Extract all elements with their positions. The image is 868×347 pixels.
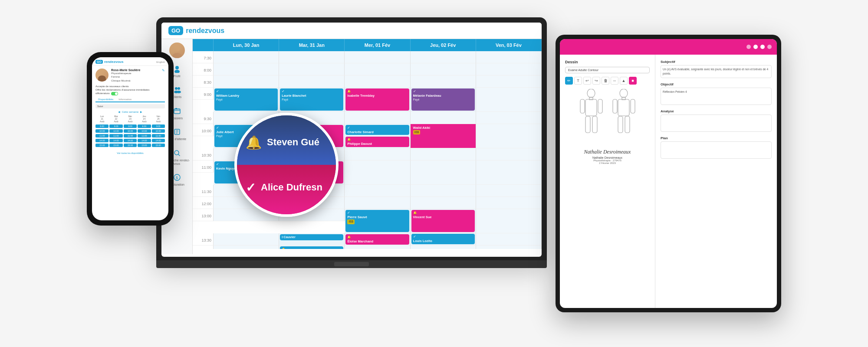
tablet-body-select[interactable]: Exame Adulte Contour xyxy=(565,67,650,73)
cell-ven-1000[interactable] xyxy=(476,124,542,148)
phone-slot[interactable]: 15:00 xyxy=(152,144,165,147)
tablet-tool-color[interactable]: ■ xyxy=(629,77,637,85)
cell-lun-830[interactable] xyxy=(214,75,279,88)
cell-jeu-900[interactable]: Mélanie Falardeau Payé xyxy=(411,88,476,112)
cell-jeu-1330[interactable]: Elise Duprés Louis Lozito xyxy=(411,233,476,246)
event-eloise-marchand[interactable]: Éloïse Marchand xyxy=(345,234,409,245)
phone-slot[interactable]: 14:00 xyxy=(138,139,151,142)
tablet-tool-pencil[interactable]: ✏ xyxy=(565,77,573,85)
tablet-tool-undo[interactable]: ↩ xyxy=(583,77,591,85)
cell-jeu-830[interactable] xyxy=(411,75,476,88)
phone-slot[interactable]: 15:00 xyxy=(109,144,122,147)
event-louis-lozito[interactable]: Louis Lozito xyxy=(411,234,475,244)
cell-ven-1130[interactable] xyxy=(476,185,542,197)
cell-ven-1030[interactable] xyxy=(476,148,542,160)
cell-jeu-1400[interactable] xyxy=(411,246,476,249)
cell-jeu-1130[interactable] xyxy=(411,185,476,197)
phone-tab-dispo[interactable]: Disponibilités xyxy=(95,97,116,102)
phone-slot[interactable]: 10:00 xyxy=(152,129,165,133)
cell-mer-730[interactable] xyxy=(345,51,410,63)
tablet-tool-text[interactable]: T xyxy=(574,77,582,85)
phone-next-week[interactable]: ▶ xyxy=(140,110,142,113)
tablet-subjectif-text[interactable]: Un (e) AVS évaluable, soignante avec les… xyxy=(661,65,772,78)
event-isabelle-tremblay[interactable]: Isabelle Tremblay xyxy=(345,88,409,111)
cell-lun-1330[interactable] xyxy=(214,233,279,246)
phone-slot[interactable]: 11:00 xyxy=(138,134,151,137)
event-vincent-sue[interactable]: Vincent Sue xyxy=(411,210,475,232)
phone-slot[interactable]: 10:00 xyxy=(138,129,151,133)
cell-mer-1200[interactable] xyxy=(345,197,410,209)
cell-jeu-1100[interactable] xyxy=(411,160,476,185)
cell-mer-930[interactable] xyxy=(345,112,410,124)
cell-mar-830[interactable] xyxy=(279,75,345,88)
phone-slot[interactable]: 9:00 xyxy=(124,124,137,128)
phone-slot[interactable]: 10:00 xyxy=(109,129,122,133)
phone-slot[interactable]: 14:00 xyxy=(124,139,137,142)
cell-lun-800[interactable] xyxy=(214,63,279,75)
phone-prev-week[interactable]: ◀ xyxy=(118,110,120,113)
event-charlotte-simard[interactable]: Charlotte Simard xyxy=(345,125,409,135)
cell-mer-1100[interactable] xyxy=(345,160,410,185)
phone-slot[interactable]: 9:00 xyxy=(109,124,122,128)
phone-slot[interactable]: 9:00 xyxy=(138,124,151,128)
cell-lun-900[interactable]: William Landry Payé xyxy=(214,88,279,112)
cell-lun-1400[interactable] xyxy=(214,246,279,249)
phone-footer-link[interactable]: Voir toutes les disponibilités xyxy=(92,150,168,156)
cell-jeu-1200[interactable] xyxy=(411,197,476,209)
cell-mer-830[interactable] xyxy=(345,75,410,88)
phone-slot[interactable]: 10:00 xyxy=(124,129,137,133)
event-laurie-blanchet[interactable]: Laurie Blanchet Payé xyxy=(280,88,343,111)
phone-slot[interactable]: 11:00 xyxy=(95,134,108,137)
tablet-tool-triangle[interactable]: ▲ xyxy=(620,77,628,85)
phone-slot[interactable]: 15:00 xyxy=(138,144,151,147)
cell-mer-1030[interactable] xyxy=(345,148,410,160)
event-philippe-daoust[interactable]: Philippe Daoust xyxy=(345,137,409,147)
phone-slot[interactable]: 14:00 xyxy=(152,139,165,142)
cell-jeu-1000[interactable]: Walid Akiki 8$$ xyxy=(411,124,476,148)
phone-slot[interactable]: 10:00 xyxy=(95,129,108,133)
phone-toggle[interactable] xyxy=(111,92,118,95)
phone-slot[interactable]: 15:00 xyxy=(95,144,108,147)
cell-mar-900[interactable]: Laurie Blanchet Payé xyxy=(279,88,345,112)
event-walid-akiki[interactable]: Walid Akiki 8$$ xyxy=(411,125,475,135)
cell-jeu-800[interactable] xyxy=(411,63,476,75)
cell-ven-730[interactable] xyxy=(476,51,542,63)
cell-mer-1400[interactable] xyxy=(345,246,410,249)
phone-slot[interactable]: 9:00 xyxy=(95,124,108,128)
cell-ven-800[interactable] xyxy=(476,63,542,75)
cell-mar-1330[interactable]: l Cauvier xyxy=(279,233,345,246)
tablet-analyse-text[interactable] xyxy=(661,115,772,132)
tablet-tool-delete[interactable]: 🗑 xyxy=(602,77,609,85)
tablet-objectif-text[interactable]: Réflexion Pelvien 4 xyxy=(661,88,772,105)
cell-jeu-730[interactable] xyxy=(411,51,476,63)
event-frederic-cauvier[interactable]: l Cauvier xyxy=(280,234,343,240)
cell-ven-1300[interactable] xyxy=(476,209,542,233)
cell-mer-1300[interactable]: Pierre Sauvé 8$$ xyxy=(345,209,410,233)
tablet-plan-text[interactable] xyxy=(661,141,772,159)
cell-mar-800[interactable] xyxy=(279,63,345,75)
edit-icon[interactable]: ✎ xyxy=(162,69,165,72)
tablet-tool-redo[interactable]: ↪ xyxy=(592,77,600,85)
cell-mer-1330[interactable]: Éloïse Marchand xyxy=(345,233,410,246)
tablet-tool-resize[interactable]: ↔ xyxy=(611,77,618,85)
phone-tab-info[interactable]: Information xyxy=(116,97,134,101)
event-melanie-falardeau[interactable]: Mélanie Falardeau Payé xyxy=(411,88,475,111)
cell-ven-930[interactable] xyxy=(476,112,542,124)
cell-ven-1400[interactable] xyxy=(476,246,542,249)
cell-ven-1330[interactable] xyxy=(476,233,542,246)
cell-mer-1130[interactable] xyxy=(345,185,410,197)
phone-slot[interactable]: 15:00 xyxy=(124,144,137,147)
event-pierre-sauve[interactable]: Pierre Sauvé 8$$ xyxy=(345,210,409,232)
event-william-landry[interactable]: William Landry Payé xyxy=(214,88,278,111)
cell-mer-900[interactable]: Isabelle Tremblay xyxy=(345,88,410,112)
cell-mar-1400[interactable]: N Rivest xyxy=(279,246,345,249)
phone-slot[interactable]: 11:00 xyxy=(152,134,165,137)
phone-slot[interactable]: 11:00 xyxy=(124,134,137,137)
phone-slot[interactable]: 11:00 xyxy=(109,134,122,137)
cell-mer-1000[interactable]: Charlotte Simard Philippe Daoust xyxy=(345,124,410,148)
cell-jeu-1030[interactable] xyxy=(411,148,476,160)
event-n-rivest[interactable]: N Rivest xyxy=(280,246,343,249)
cell-ven-900[interactable] xyxy=(476,88,542,112)
cell-ven-1100[interactable] xyxy=(476,160,542,185)
phone-suivi-select[interactable]: Suivr xyxy=(95,104,165,108)
